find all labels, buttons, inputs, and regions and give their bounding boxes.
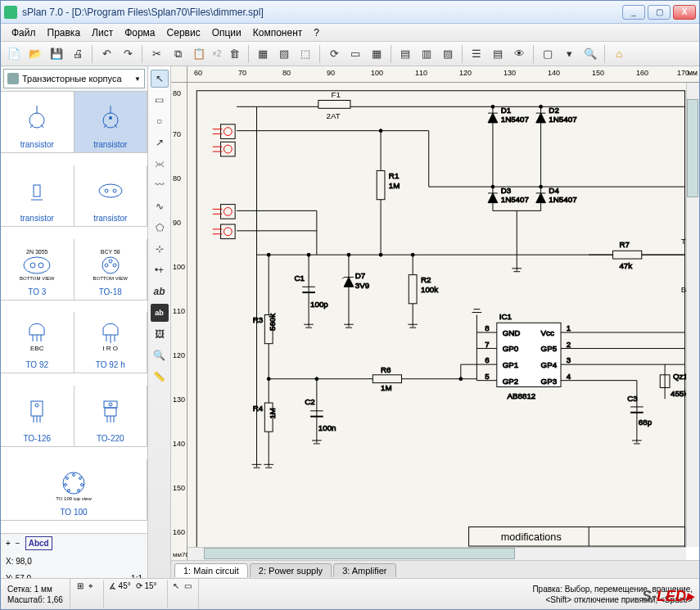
svg-rect-56 [318, 101, 350, 109]
polygon-tool-icon[interactable]: ⬠ [151, 219, 169, 237]
curve-tool-icon[interactable]: 〰 [151, 176, 169, 194]
front-icon[interactable]: ▦ [253, 44, 273, 64]
minimize-button[interactable]: _ [622, 5, 645, 20]
svg-text:1: 1 [567, 323, 571, 332]
paste-icon[interactable]: 📋 [189, 44, 209, 64]
textbox-tool-icon[interactable]: ab [151, 304, 169, 322]
svg-text:6: 6 [485, 355, 489, 364]
back-icon[interactable]: ▧ [274, 44, 294, 64]
menu-service[interactable]: Сервис [161, 25, 206, 40]
add-node-icon[interactable]: •+ [151, 261, 169, 279]
lib-item-to92[interactable]: EBCTO 92 [1, 312, 75, 373]
home-icon[interactable]: ⌂ [609, 44, 629, 64]
refresh-icon[interactable]: ⟳ [324, 44, 344, 64]
svg-point-115 [307, 253, 310, 256]
menu-sheet[interactable]: Лист [86, 25, 119, 40]
menu-edit[interactable]: Правка [42, 25, 87, 40]
search-icon[interactable]: 👁 [509, 44, 529, 64]
tab-main[interactable]: 1: Main circuit [174, 563, 248, 577]
library-select[interactable]: Транзисторные корпуса ▼ [3, 69, 145, 88]
svg-point-147 [315, 377, 318, 381]
dropdown-icon[interactable]: ▾ [559, 44, 579, 64]
node-tool-icon[interactable]: ⊹ [151, 240, 169, 258]
abcd-button[interactable]: Abcd [25, 536, 52, 550]
save-icon[interactable]: 💾 [47, 44, 66, 64]
print-icon[interactable]: 🖨 [68, 44, 88, 64]
svg-text:C1: C1 [294, 273, 304, 282]
snap-icon[interactable]: ⌖ [88, 581, 93, 608]
lib-item-transistor-1[interactable]: transistor [1, 92, 75, 153]
tab-amp[interactable]: 3: Amplifier [333, 563, 395, 577]
open-icon[interactable]: 📂 [25, 44, 45, 64]
copy-icon[interactable]: ⧉ [168, 44, 187, 64]
magnify-tool-icon[interactable]: 🔍 [151, 346, 169, 364]
align-icon[interactable]: ▭ [345, 44, 365, 64]
close-button[interactable]: X [673, 5, 696, 20]
pointer-tool-icon[interactable]: ↖ [151, 70, 169, 88]
scrollbar-vertical[interactable] [686, 83, 699, 547]
maximize-button[interactable]: ▢ [648, 5, 671, 20]
menu-component[interactable]: Компонент [247, 25, 309, 40]
lib-item-to3[interactable]: 2N 3055BOTTOM VIEWTO 3 [1, 239, 75, 300]
redo-icon[interactable]: ↷ [118, 44, 138, 64]
menu-options[interactable]: Опции [206, 25, 247, 40]
lib-item-to100[interactable]: TO 100 top viewTO 100 [1, 459, 147, 521]
line-tool-icon[interactable]: ↗ [151, 133, 169, 151]
tab-power[interactable]: 2: Power supply [250, 563, 332, 577]
zoom-in-icon[interactable]: + [6, 537, 11, 549]
list-icon[interactable]: ▤ [488, 44, 508, 64]
page-mode-icon[interactable]: ▭ [184, 581, 192, 608]
group-icon[interactable]: ⬚ [296, 44, 315, 64]
svg-text:2AT: 2AT [327, 111, 341, 120]
lib-item-to92h[interactable]: I R OTO 92 h [75, 312, 148, 373]
blank-icon[interactable]: ▢ [538, 44, 558, 64]
svg-point-196 [459, 377, 463, 381]
svg-text:D2: D2 [549, 106, 558, 115]
layer2-icon[interactable]: ▥ [417, 44, 436, 64]
text-tool-icon[interactable]: ab [151, 282, 169, 300]
svg-text:R1: R1 [389, 171, 399, 180]
checklist-icon[interactable]: ☰ [467, 44, 486, 64]
svg-text:1N5407: 1N5407 [501, 195, 529, 204]
zoom-out-icon[interactable]: − [16, 537, 20, 549]
circle-tool-icon[interactable]: ○ [151, 112, 169, 130]
zoom-icon[interactable]: 🔍 [580, 44, 600, 64]
lib-item-transistor-3[interactable]: transistor [1, 165, 75, 227]
lib-item-transistor-2[interactable]: transistor [75, 92, 148, 153]
scrollbar-horizontal[interactable] [187, 547, 686, 560]
cut-icon[interactable]: ✂ [147, 44, 166, 64]
rect-tool-icon[interactable]: ▭ [151, 91, 169, 109]
svg-point-39 [73, 473, 75, 476]
bezier-tool-icon[interactable]: ∿ [151, 197, 169, 215]
measure-tool-icon[interactable]: 📏 [151, 368, 169, 386]
svg-text:D7: D7 [355, 272, 365, 281]
svg-text:1N5407: 1N5407 [549, 195, 576, 204]
svg-text:GND: GND [503, 328, 521, 337]
menu-form[interactable]: Форма [119, 25, 160, 40]
menu-file[interactable]: Файл [6, 25, 42, 40]
image-tool-icon[interactable]: 🖼 [151, 325, 169, 343]
angle-45[interactable]: ∡ 45° [109, 581, 131, 608]
polyline-tool-icon[interactable]: ⩙ [151, 155, 169, 173]
layer3-icon[interactable]: ▨ [438, 44, 458, 64]
svg-marker-89 [488, 193, 498, 203]
svg-point-43 [68, 489, 70, 491]
lib-item-to220[interactable]: TO-220 [75, 386, 148, 447]
lib-item-to18[interactable]: BCY 58BOTTOM VIEWTO-18 [75, 239, 148, 300]
menu-help[interactable]: ? [308, 25, 325, 40]
delete-icon[interactable]: 🗑 [224, 44, 244, 64]
layer1-icon[interactable]: ▤ [395, 44, 415, 64]
svg-point-12 [105, 189, 108, 192]
svg-point-41 [81, 483, 84, 486]
statusbar: Сетка: 1 мм Масштаб: 1,66 ⊞ ⌖ ∡ 45° ⟳ 15… [1, 578, 699, 609]
angle-15[interactable]: ⟳ 15° [136, 581, 157, 608]
schematic-canvas[interactable]: F1 2AT D11N5407 D21N5407 D31N5407 D41N54… [187, 83, 686, 547]
new-icon[interactable]: 📄 [4, 44, 24, 64]
pointer-mode-icon[interactable]: ↖ [173, 581, 179, 608]
undo-icon[interactable]: ↶ [97, 44, 116, 64]
grid-icon[interactable]: ▦ [367, 44, 386, 64]
grid-icon[interactable]: ⊞ [77, 581, 84, 608]
lib-item-transistor-4[interactable]: transistor [75, 165, 148, 227]
svg-text:Vcc: Vcc [541, 328, 554, 337]
lib-item-to126[interactable]: TO-126 [1, 386, 75, 447]
